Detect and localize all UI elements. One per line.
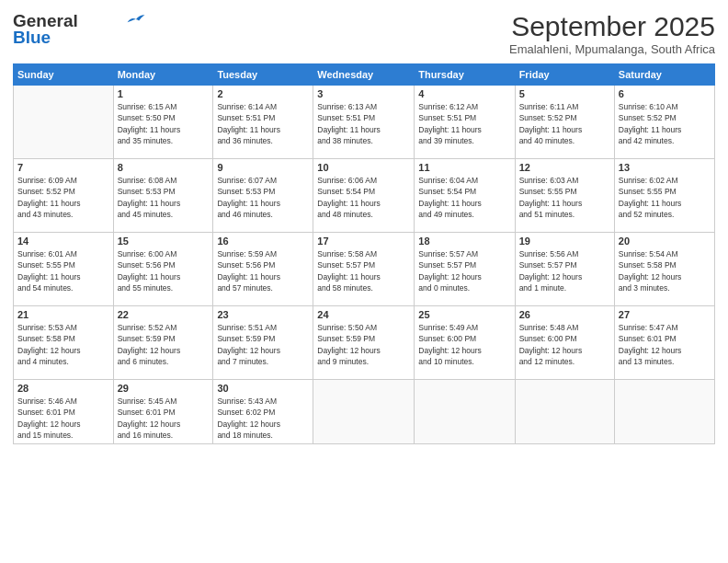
day-number: 14 (17, 236, 109, 247)
day-number: 22 (118, 309, 210, 320)
logo-blue: Blue (13, 28, 51, 48)
calendar-cell: 29Sunrise: 5:45 AMSunset: 6:01 PMDayligh… (113, 380, 213, 444)
day-info: Sunrise: 6:11 AMSunset: 5:52 PMDaylight:… (519, 101, 610, 146)
calendar-cell: 13Sunrise: 6:02 AMSunset: 5:55 PMDayligh… (614, 159, 714, 233)
day-info: Sunrise: 5:54 AMSunset: 5:58 PMDaylight:… (619, 248, 711, 293)
calendar-table: Sunday Monday Tuesday Wednesday Thursday… (13, 63, 715, 444)
day-info: Sunrise: 6:09 AMSunset: 5:52 PMDaylight:… (17, 175, 109, 220)
day-number: 13 (619, 162, 711, 173)
calendar-cell: 30Sunrise: 5:43 AMSunset: 6:02 PMDayligh… (213, 380, 313, 444)
calendar-cell: 22Sunrise: 5:52 AMSunset: 5:59 PMDayligh… (113, 306, 213, 380)
calendar-cell: 4Sunrise: 6:12 AMSunset: 5:51 PMDaylight… (415, 86, 515, 159)
calendar-cell: 18Sunrise: 5:57 AMSunset: 5:57 PMDayligh… (415, 233, 515, 306)
calendar-cell: 9Sunrise: 6:07 AMSunset: 5:53 PMDaylight… (213, 159, 313, 233)
col-sunday: Sunday (14, 64, 114, 86)
day-number: 16 (217, 236, 309, 247)
calendar-cell (415, 380, 515, 444)
calendar-cell (515, 380, 614, 444)
calendar-cell: 25Sunrise: 5:49 AMSunset: 6:00 PMDayligh… (415, 306, 515, 380)
day-info: Sunrise: 6:12 AMSunset: 5:51 PMDaylight:… (418, 101, 510, 146)
calendar-cell: 6Sunrise: 6:10 AMSunset: 5:52 PMDaylight… (614, 86, 714, 159)
day-number: 20 (619, 236, 711, 247)
day-number: 24 (317, 309, 410, 320)
day-number: 30 (217, 383, 309, 394)
day-number: 26 (519, 309, 610, 320)
calendar-cell (14, 86, 114, 159)
day-info: Sunrise: 5:50 AMSunset: 5:59 PMDaylight:… (317, 322, 410, 367)
calendar-cell: 10Sunrise: 6:06 AMSunset: 5:54 PMDayligh… (313, 159, 415, 233)
day-info: Sunrise: 5:43 AMSunset: 6:02 PMDaylight:… (217, 396, 309, 441)
day-number: 15 (118, 236, 210, 247)
calendar-cell: 16Sunrise: 5:59 AMSunset: 5:56 PMDayligh… (213, 233, 313, 306)
col-friday: Friday (515, 64, 614, 86)
day-number: 5 (519, 88, 610, 99)
page-header: General Blue September 2025 Emalahleni, … (13, 11, 715, 56)
day-info: Sunrise: 5:51 AMSunset: 5:59 PMDaylight:… (217, 322, 309, 367)
calendar-cell: 11Sunrise: 6:04 AMSunset: 5:54 PMDayligh… (415, 159, 515, 233)
calendar-cell: 19Sunrise: 5:56 AMSunset: 5:57 PMDayligh… (515, 233, 614, 306)
month-title: September 2025 (509, 11, 715, 42)
day-number: 18 (418, 236, 510, 247)
calendar-cell: 27Sunrise: 5:47 AMSunset: 6:01 PMDayligh… (614, 306, 714, 380)
day-number: 28 (17, 383, 109, 394)
col-saturday: Saturday (614, 64, 714, 86)
calendar-cell: 26Sunrise: 5:48 AMSunset: 6:00 PMDayligh… (515, 306, 614, 380)
day-number: 23 (217, 309, 309, 320)
day-info: Sunrise: 5:45 AMSunset: 6:01 PMDaylight:… (118, 396, 210, 441)
day-info: Sunrise: 6:15 AMSunset: 5:50 PMDaylight:… (118, 101, 210, 146)
day-number: 27 (619, 309, 711, 320)
day-number: 12 (519, 162, 610, 173)
day-info: Sunrise: 5:58 AMSunset: 5:57 PMDaylight:… (317, 248, 410, 293)
day-info: Sunrise: 6:06 AMSunset: 5:54 PMDaylight:… (317, 175, 410, 220)
day-info: Sunrise: 5:59 AMSunset: 5:56 PMDaylight:… (217, 248, 309, 293)
day-number: 1 (118, 88, 210, 99)
day-number: 4 (418, 88, 510, 99)
day-info: Sunrise: 6:04 AMSunset: 5:54 PMDaylight:… (418, 175, 510, 220)
day-number: 9 (217, 162, 309, 173)
day-number: 17 (317, 236, 410, 247)
day-number: 8 (118, 162, 210, 173)
day-info: Sunrise: 6:13 AMSunset: 5:51 PMDaylight:… (317, 101, 410, 146)
calendar-cell: 12Sunrise: 6:03 AMSunset: 5:55 PMDayligh… (515, 159, 614, 233)
day-info: Sunrise: 5:56 AMSunset: 5:57 PMDaylight:… (519, 248, 610, 293)
calendar-cell: 7Sunrise: 6:09 AMSunset: 5:52 PMDaylight… (14, 159, 114, 233)
day-info: Sunrise: 6:08 AMSunset: 5:53 PMDaylight:… (118, 175, 210, 220)
day-number: 6 (619, 88, 711, 99)
calendar-cell: 5Sunrise: 6:11 AMSunset: 5:52 PMDaylight… (515, 86, 614, 159)
day-number: 10 (317, 162, 410, 173)
calendar-cell: 1Sunrise: 6:15 AMSunset: 5:50 PMDaylight… (113, 86, 213, 159)
calendar-cell: 3Sunrise: 6:13 AMSunset: 5:51 PMDaylight… (313, 86, 415, 159)
logo-bird-icon (126, 13, 146, 26)
calendar-cell: 20Sunrise: 5:54 AMSunset: 5:58 PMDayligh… (614, 233, 714, 306)
day-info: Sunrise: 5:47 AMSunset: 6:01 PMDaylight:… (619, 322, 711, 367)
calendar-cell: 2Sunrise: 6:14 AMSunset: 5:51 PMDaylight… (213, 86, 313, 159)
calendar-cell: 17Sunrise: 5:58 AMSunset: 5:57 PMDayligh… (313, 233, 415, 306)
day-number: 2 (217, 88, 309, 99)
day-info: Sunrise: 5:48 AMSunset: 6:00 PMDaylight:… (519, 322, 610, 367)
calendar-cell: 8Sunrise: 6:08 AMSunset: 5:53 PMDaylight… (113, 159, 213, 233)
day-info: Sunrise: 6:07 AMSunset: 5:53 PMDaylight:… (217, 175, 309, 220)
day-info: Sunrise: 6:03 AMSunset: 5:55 PMDaylight:… (519, 175, 610, 220)
day-info: Sunrise: 6:00 AMSunset: 5:56 PMDaylight:… (118, 248, 210, 293)
logo: General Blue (13, 11, 146, 48)
day-info: Sunrise: 5:46 AMSunset: 6:01 PMDaylight:… (17, 396, 109, 441)
calendar-cell: 23Sunrise: 5:51 AMSunset: 5:59 PMDayligh… (213, 306, 313, 380)
location-subtitle: Emalahleni, Mpumalanga, South Africa (509, 42, 715, 56)
col-monday: Monday (113, 64, 213, 86)
calendar-cell: 15Sunrise: 6:00 AMSunset: 5:56 PMDayligh… (113, 233, 213, 306)
day-info: Sunrise: 6:01 AMSunset: 5:55 PMDaylight:… (17, 248, 109, 293)
day-number: 3 (317, 88, 410, 99)
calendar-cell: 28Sunrise: 5:46 AMSunset: 6:01 PMDayligh… (14, 380, 114, 444)
calendar-cell: 14Sunrise: 6:01 AMSunset: 5:55 PMDayligh… (14, 233, 114, 306)
day-number: 19 (519, 236, 610, 247)
calendar-cell: 21Sunrise: 5:53 AMSunset: 5:58 PMDayligh… (14, 306, 114, 380)
calendar-cell (614, 380, 714, 444)
day-info: Sunrise: 5:53 AMSunset: 5:58 PMDaylight:… (17, 322, 109, 367)
col-wednesday: Wednesday (313, 64, 415, 86)
title-block: September 2025 Emalahleni, Mpumalanga, S… (509, 11, 715, 56)
day-number: 25 (418, 309, 510, 320)
calendar-header-row: Sunday Monday Tuesday Wednesday Thursday… (14, 64, 715, 86)
day-number: 21 (17, 309, 109, 320)
calendar-cell: 24Sunrise: 5:50 AMSunset: 5:59 PMDayligh… (313, 306, 415, 380)
day-info: Sunrise: 6:14 AMSunset: 5:51 PMDaylight:… (217, 101, 309, 146)
